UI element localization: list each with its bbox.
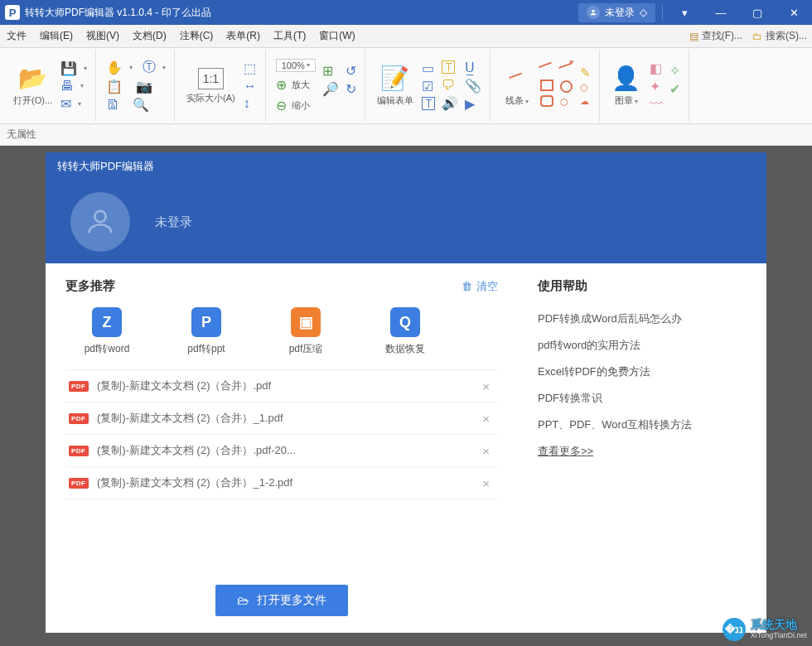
sound-icon[interactable]: 🔊	[442, 95, 458, 111]
menu-file[interactable]: 文件	[0, 29, 33, 43]
window-title: 转转大师PDF编辑器 v1.1.0.4 - 印了么出品	[25, 6, 578, 20]
shape-line-icon[interactable]	[540, 64, 553, 77]
shape-arrow-icon[interactable]	[560, 65, 573, 78]
help-more-link[interactable]: 查看更多>>	[538, 438, 747, 465]
remove-file-button[interactable]: ×	[477, 412, 495, 426]
lines-button[interactable]: 线条▾	[497, 62, 537, 110]
recommend-item[interactable]: Ppdf转ppt	[165, 307, 248, 356]
zoom-combo[interactable]: 100%▾	[276, 59, 316, 72]
snapshot-icon[interactable]: 📋	[106, 79, 123, 94]
close-button[interactable]: ✕	[776, 0, 812, 25]
hand-tool-icon[interactable]: ✋	[106, 60, 123, 75]
file-row[interactable]: PDF(复制)-新建文本文档 (2)（合并）.pdf-20...×	[65, 435, 498, 467]
open-button[interactable]: 📂 打开(O)...	[8, 61, 57, 110]
rotate-ccw-icon[interactable]: ↺	[346, 63, 356, 79]
stamp-button[interactable]: 👤 图章▾	[607, 61, 646, 110]
actual-size-button[interactable]: 1:1 实际大小(A)	[181, 65, 240, 108]
watermark-logo-icon: �ננ	[723, 618, 746, 641]
remove-file-button[interactable]: ×	[477, 379, 495, 393]
eraser-icon[interactable]: ◧	[650, 60, 663, 76]
shape-polygon-icon[interactable]: ⬠	[580, 83, 591, 94]
help-link[interactable]: Excel转PDF的免费方法	[538, 359, 747, 385]
clear-button[interactable]: 🗑 清空	[462, 279, 498, 294]
checkbox-field-icon[interactable]: ☑	[422, 79, 435, 94]
fit-height-icon[interactable]: ↕	[244, 96, 257, 111]
menu-document[interactable]: 文档(D)	[126, 29, 173, 43]
menu-form[interactable]: 表单(R)	[220, 29, 267, 43]
mail-button[interactable]: ✉▾	[60, 96, 87, 112]
help-link[interactable]: PPT、PDF、Word互相转换方法	[538, 412, 747, 438]
login-status-button[interactable]: 未登录 ◇	[578, 3, 655, 22]
lines-label: 线条	[505, 95, 524, 105]
recommend-item-label: pdf压缩	[289, 342, 323, 356]
remove-file-button[interactable]: ×	[477, 476, 495, 490]
print-button[interactable]: 🖶▾	[60, 79, 87, 94]
recommend-item[interactable]: Zpdf转word	[65, 307, 148, 356]
recommend-item-icon: ▣	[291, 307, 321, 337]
scan-icon[interactable]: 🖻	[106, 98, 119, 113]
recommend-item[interactable]: Q数据恢复	[364, 307, 447, 356]
check-mark-icon[interactable]: ✔	[669, 81, 680, 97]
save-icon: 💾	[60, 60, 77, 76]
shape-rect-icon[interactable]	[540, 80, 553, 93]
open-more-button[interactable]: 🗁 打开更多文件	[215, 585, 348, 616]
save-button[interactable]: 💾▾	[60, 60, 87, 76]
maximize-button[interactable]: ▢	[739, 0, 776, 25]
file-row[interactable]: PDF(复制)-新建文本文档 (2)（合并）_1-2.pdf×	[65, 467, 498, 499]
dropdown-icon[interactable]: ▾	[666, 0, 703, 25]
remove-file-button[interactable]: ×	[477, 444, 495, 458]
search-button[interactable]: 🗀 搜索(S)...	[747, 29, 812, 43]
ribbon-toolbar: 📂 打开(O)... 💾▾ 🖶▾ ✉▾ ✋▾Ⓣ▾ 📋📷 🖻🔍 1:1 实际大小(…	[0, 48, 812, 124]
loupe-icon[interactable]: 🔎	[322, 81, 339, 97]
attribute-text: 无属性	[7, 128, 36, 140]
title-bar: P 转转大师PDF编辑器 v1.1.0.4 - 印了么出品 未登录 ◇ ▾ — …	[0, 0, 812, 25]
text-field-icon[interactable]: ▭	[422, 60, 435, 76]
fit-page-icon[interactable]: ⬚	[244, 60, 257, 76]
help-link[interactable]: PDF转换成Word后乱码怎么办	[538, 306, 747, 332]
fit-width-icon[interactable]: ↔	[244, 79, 257, 94]
shape-hex-icon[interactable]: ⬡	[560, 97, 573, 108]
login-panel[interactable]: 未登录	[46, 181, 766, 263]
help-link[interactable]: PDF转换常识	[538, 385, 747, 412]
panel-header: 转转大师PDF编辑器	[46, 152, 766, 181]
rotate-cw-icon[interactable]: ↻	[346, 81, 356, 97]
edit-form-label: 编辑表单	[377, 94, 413, 107]
print-icon: 🖶	[60, 79, 74, 94]
recommend-item-icon: Q	[390, 307, 420, 337]
menu-edit[interactable]: 编辑(E)	[33, 29, 80, 43]
shape-rrect-icon[interactable]	[540, 95, 553, 108]
select-tool-icon[interactable]: Ⓣ	[143, 59, 156, 76]
menu-comment[interactable]: 注释(C)	[173, 29, 220, 43]
shape-cloud-icon[interactable]: ☁	[580, 96, 591, 107]
help-link[interactable]: pdf转word的实用方法	[538, 332, 747, 359]
menu-tools[interactable]: 工具(T)	[267, 29, 312, 43]
highlight-icon[interactable]: 🅃	[442, 60, 458, 75]
zoom-in-button[interactable]: ⊕放大	[276, 77, 316, 93]
marquee-zoom-icon[interactable]: ⊞	[322, 63, 339, 79]
file-row[interactable]: PDF(复制)-新建文本文档 (2)（合并）.pdf×	[65, 370, 498, 403]
find-tool-icon[interactable]: 🔍	[133, 97, 149, 113]
note-icon[interactable]: 🗩	[442, 78, 458, 93]
recommend-item-label: pdf转word	[85, 342, 130, 356]
folder-icon: 🗁	[237, 594, 249, 607]
sparkle-icon[interactable]: ✧	[669, 63, 680, 79]
underline-icon[interactable]: U̲	[465, 60, 481, 75]
file-name: (复制)-新建文本文档 (2)（合并）_1.pdf	[97, 411, 477, 426]
pencil-icon[interactable]: ✎	[580, 65, 591, 80]
text-box-icon[interactable]: 🅃	[422, 97, 435, 112]
magic-icon[interactable]: ✦	[650, 79, 663, 94]
minimize-button[interactable]: —	[703, 0, 739, 25]
video-icon[interactable]: ▶	[465, 96, 481, 112]
zoom-out-button[interactable]: ⊖缩小	[276, 98, 316, 113]
menu-window[interactable]: 窗口(W)	[312, 29, 361, 43]
camera-icon[interactable]: 📷	[136, 79, 152, 94]
edit-form-button[interactable]: 📝 编辑表单	[372, 61, 418, 110]
menu-view[interactable]: 视图(V)	[80, 29, 126, 43]
recommend-item[interactable]: ▣pdf压缩	[264, 307, 347, 356]
attach-icon[interactable]: 📎	[465, 78, 481, 94]
file-row[interactable]: PDF(复制)-新建文本文档 (2)（合并）_1.pdf×	[65, 403, 498, 435]
zoom-out-icon: ⊖	[276, 98, 287, 113]
brush-icon[interactable]: 〰	[650, 97, 663, 112]
find-button[interactable]: ▤ 查找(F)...	[684, 29, 747, 43]
shape-circle-icon[interactable]	[560, 80, 573, 94]
